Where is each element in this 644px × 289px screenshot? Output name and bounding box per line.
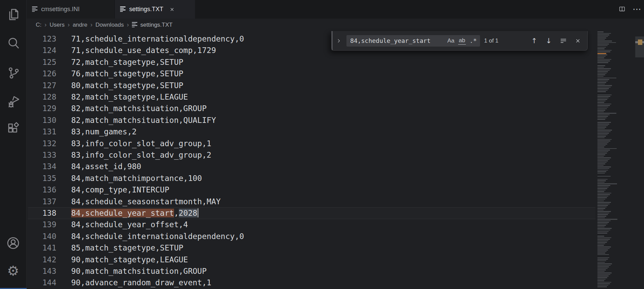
file-text-icon [120, 6, 126, 12]
minimap-line [597, 251, 607, 252]
editor-actions: ⋯ [617, 4, 642, 14]
find-in-selection-icon[interactable] [558, 35, 569, 46]
minimap-line [597, 216, 606, 217]
minimap-line [597, 272, 612, 273]
close-find-icon[interactable] [572, 35, 583, 46]
minimap-line [597, 253, 605, 254]
minimap-line [597, 268, 608, 269]
minimap-line [597, 190, 606, 191]
breadcrumb-item[interactable]: Users [50, 22, 64, 28]
line-number: 126 [27, 68, 56, 80]
code-line-138[interactable]: 13884,schedule_year_start,2028 [27, 207, 644, 219]
minimap-line [597, 102, 604, 103]
minimap-line [597, 196, 608, 197]
code-line-132[interactable]: 13283,info_color_slot_adv_group,1 [27, 138, 644, 150]
code-editor[interactable]: 12371,schedule_internationaldependency,0… [27, 31, 644, 289]
match-case-toggle[interactable]: Aa [445, 36, 456, 46]
code-text: 80,match_stagetype,SETUP [71, 80, 183, 91]
breadcrumb-item[interactable]: Downloads [95, 22, 124, 28]
minimap-line [597, 242, 607, 243]
previous-match-icon[interactable]: ↑ [529, 35, 540, 46]
minimap-line [597, 116, 608, 117]
minimap[interactable] [595, 31, 635, 289]
minimap-line [597, 139, 612, 140]
toggle-replace-button[interactable] [334, 31, 344, 50]
minimap-line [597, 151, 608, 152]
minimap-line [597, 279, 606, 280]
breadcrumb-item[interactable]: C: [36, 22, 41, 28]
minimap-line [597, 130, 612, 131]
code-line-127[interactable]: 12780,match_stagetype,SETUP [27, 80, 644, 91]
minimap-line [597, 142, 609, 143]
activity-item-run-debug[interactable] [0, 90, 26, 114]
minimap-line [597, 245, 604, 246]
minimap-line [597, 91, 606, 92]
minimap-line [597, 87, 611, 88]
code-line-131[interactable]: 13183,num_games,2 [27, 126, 644, 138]
close-tab-icon[interactable] [168, 5, 176, 14]
code-line-134[interactable]: 13484,asset_id,980 [27, 161, 644, 173]
overview-match-marker [638, 40, 642, 45]
code-line-143[interactable]: 14390,match_matchsituation,GROUP [27, 265, 644, 277]
activity-item-settings[interactable]: ⚙ [0, 259, 26, 283]
whole-word-toggle[interactable]: ab [456, 36, 468, 46]
tab-cmsettings.INI[interactable]: cmsettings.INI [27, 0, 115, 19]
find-input[interactable]: 84,schedule_year_start Aa ab .* [346, 35, 480, 47]
code-text: 90,advance_random_draw_event,1 [71, 277, 211, 289]
scrollbar[interactable] [635, 31, 644, 289]
minimap-line [597, 108, 607, 109]
minimap-line [597, 105, 610, 106]
breadcrumb-file[interactable]: settings.TXT [132, 22, 172, 28]
minimap-line [597, 208, 605, 209]
minimap-line [597, 59, 611, 60]
more-actions-icon[interactable]: ⋯ [632, 4, 642, 14]
code-line-128[interactable]: 12882,match_stagetype,LEAGUE [27, 91, 644, 103]
code-line-144[interactable]: 14490,advance_random_draw_event,1 [27, 277, 644, 289]
line-number: 130 [27, 114, 56, 126]
minimap-line [597, 148, 617, 149]
code-line-135[interactable]: 13584,match_matchimportance,100 [27, 173, 644, 184]
regex-toggle[interactable]: .* [468, 36, 479, 46]
find-query-text[interactable]: 84,schedule_year_start [350, 37, 445, 44]
code-line-140[interactable]: 14084,schedule_internationaldependency,0 [27, 231, 644, 242]
code-line-130[interactable]: 13082,match_matchsituation,QUALIFY [27, 114, 644, 126]
activity-item-source-control[interactable] [0, 61, 26, 85]
code-line-139[interactable]: 13984,schedule_year_offset,4 [27, 219, 644, 231]
code-line-137[interactable]: 13784,schedule_seasonstartmonth,MAY [27, 196, 644, 208]
minimap-line [597, 124, 609, 125]
split-editor-icon[interactable] [617, 4, 627, 14]
minimap-line [597, 170, 608, 171]
tab-settings.TXT[interactable]: settings.TXT [115, 0, 195, 19]
activity-item-extensions[interactable] [0, 117, 26, 141]
minimap-line [597, 274, 610, 275]
minimap-line [597, 101, 606, 102]
chevron-right-icon [336, 38, 341, 44]
activity-item-accounts[interactable] [0, 232, 26, 256]
activity-item-search[interactable] [0, 32, 26, 56]
activity-item-explorer[interactable] [0, 3, 26, 27]
minimap-line [597, 227, 605, 228]
minimap-line [597, 168, 609, 169]
find-widget-sash[interactable] [332, 31, 333, 50]
minimap-line [597, 265, 611, 266]
code-line-142[interactable]: 14290,match_stagetype,LEAGUE [27, 254, 644, 266]
minimap-line [597, 248, 610, 249]
minimap-line [597, 131, 611, 132]
breadcrumb-item[interactable]: andre [73, 22, 87, 28]
code-line-129[interactable]: 12982,match_matchsituation,GROUP [27, 103, 644, 114]
minimap-line [597, 154, 605, 155]
minimap-line [597, 44, 609, 45]
minimap-line [597, 107, 608, 108]
code-line-141[interactable]: 14185,match_stagetype,SETUP [27, 242, 644, 254]
find-widget: 84,schedule_year_start Aa ab .* 1 of 1 ↑… [331, 31, 588, 51]
code-line-125[interactable]: 12572,match_stagetype,SETUP [27, 56, 644, 68]
next-match-icon[interactable]: ↓ [543, 35, 554, 46]
code-text: 71,schedule_internationaldependency,0 [71, 33, 244, 45]
minimap-line [597, 54, 607, 55]
code-line-133[interactable]: 13383,info_color_slot_adv_group,2 [27, 149, 644, 161]
minimap-line [597, 62, 608, 63]
code-line-126[interactable]: 12676,match_stagetype,SETUP [27, 68, 644, 80]
line-number: 142 [27, 254, 56, 266]
code-line-136[interactable]: 13684,comp_type,INTERCUP [27, 184, 644, 196]
code-text: 84,comp_type,INTERCUP [71, 184, 169, 196]
